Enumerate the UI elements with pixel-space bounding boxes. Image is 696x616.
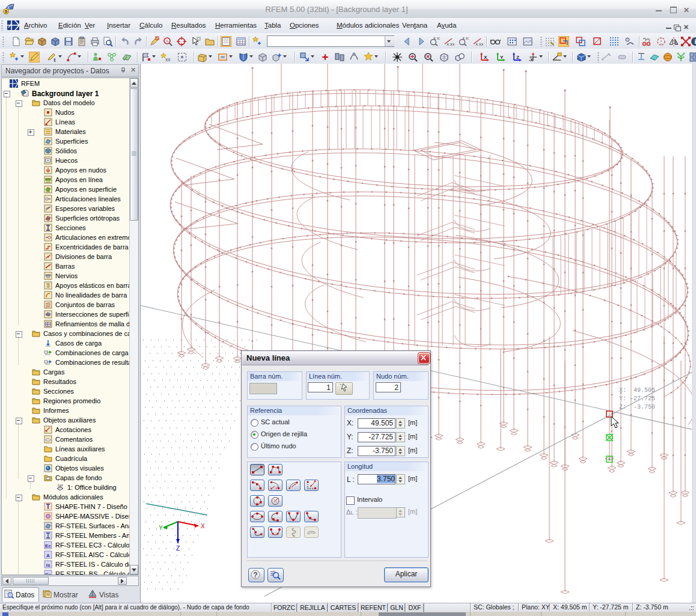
svg-text:X: 49.505: X: 49.505 <box>619 387 655 394</box>
svg-text:Ec: Ec <box>45 543 51 549</box>
svg-text:X.XX: X.XX <box>433 37 440 40</box>
svg-text:XX: XX <box>165 58 171 62</box>
svg-text:X: X <box>484 55 487 60</box>
svg-text:X.XX: X.XX <box>475 43 483 46</box>
svg-text:Z: Z <box>516 55 519 60</box>
svg-text:DXF: DXF <box>58 484 63 487</box>
svg-text:X: X <box>201 523 205 529</box>
svg-text:-X: -X <box>529 58 533 62</box>
svg-text:5: 5 <box>5 9 8 14</box>
svg-text:X.XX: X.XX <box>447 43 454 46</box>
svg-text:Y: -27.725: Y: -27.725 <box>619 395 655 402</box>
svg-text:Bs: Bs <box>45 572 52 576</box>
svg-text:Is: Is <box>46 563 50 568</box>
svg-text:Y: Y <box>500 55 504 60</box>
svg-text:Z: Z <box>176 545 180 552</box>
svg-text:A: A <box>46 553 50 558</box>
svg-text:X.XX: X.XX <box>462 37 469 40</box>
svg-text:Y: Y <box>159 525 163 531</box>
svg-text:Z: -3.750: Z: -3.750 <box>619 404 655 410</box>
svg-text:?: ? <box>253 571 257 579</box>
